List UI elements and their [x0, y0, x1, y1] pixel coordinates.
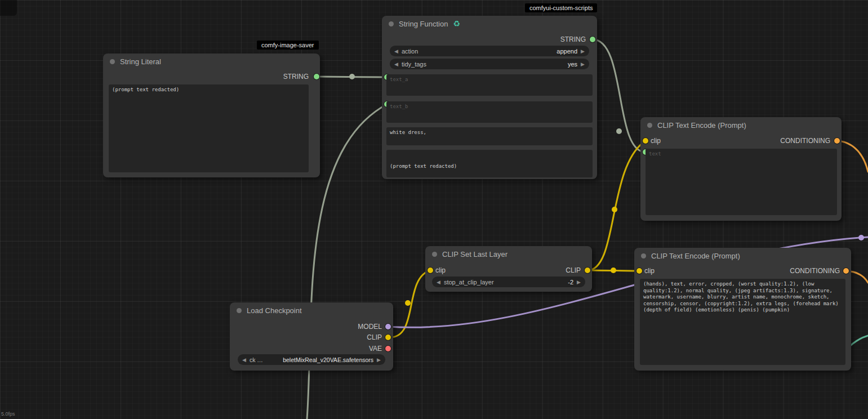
input-socket-clip[interactable] [643, 138, 648, 144]
placeholder-text: text_a [390, 77, 408, 82]
left-arrow-icon[interactable]: ◀ [394, 48, 398, 54]
widget-label: action [402, 48, 418, 55]
widget-value: -2 [568, 279, 573, 286]
node-title: CLIP Text Encode (Prompt) [651, 252, 740, 260]
widget-label: stop_at_clip_layer [444, 279, 494, 286]
output-label-string: STRING [560, 35, 586, 43]
output-socket-conditioning[interactable] [834, 138, 840, 144]
placeholder-text: text_b [390, 104, 408, 109]
link-midpoint-dot [616, 128, 622, 134]
text-b-widget[interactable]: text_b [386, 101, 593, 123]
node-string-literal[interactable]: String Literal STRING (prompt text redac… [103, 54, 320, 177]
output-label-vae: VAE [369, 345, 382, 353]
output-socket-clip[interactable] [585, 268, 590, 273]
node-title: CLIP Text Encode (Prompt) [657, 121, 746, 130]
collapse-icon[interactable] [389, 21, 394, 26]
collapse-icon[interactable] [647, 123, 652, 128]
node-title: String Literal [120, 57, 161, 66]
output-label-string: STRING [283, 73, 309, 81]
widget-value: yes [568, 61, 577, 68]
widget-ckpt-name[interactable]: ◀ ck … beletMixReal_v20VAE.safetensors ▶ [238, 354, 385, 365]
node-header[interactable]: String Function ♻ [382, 16, 597, 32]
text-a-widget[interactable]: text_a [386, 74, 593, 96]
output-socket-string[interactable] [590, 37, 595, 42]
output-label-model: MODEL [358, 323, 382, 331]
input-label-clip: clip [435, 266, 446, 274]
collapse-icon[interactable] [237, 308, 242, 313]
node-clip-text-encode-bottom[interactable]: CLIP Text Encode (Prompt) clip CONDITION… [634, 248, 851, 371]
right-arrow-icon[interactable]: ▶ [377, 357, 381, 363]
widget-value: append [557, 48, 577, 55]
input-socket-clip[interactable] [428, 268, 433, 273]
node-string-function[interactable]: String Function ♻ STRING ◀ action append… [382, 16, 597, 179]
output-label-clip: CLIP [566, 266, 581, 274]
corner-shade [0, 0, 17, 16]
link-midpoint-dot [405, 300, 411, 306]
collapse-icon[interactable] [641, 253, 646, 258]
node-load-checkpoint[interactable]: Load Checkpoint MODEL CLIP VAE ◀ ck … be… [230, 302, 393, 371]
node-badge-comfyui-custom-scripts: comfyui-custom-scripts [525, 3, 597, 12]
node-header[interactable]: CLIP Set Last Layer [425, 246, 592, 262]
left-arrow-icon[interactable]: ◀ [437, 279, 440, 285]
widget-label: tidy_tags [402, 61, 426, 68]
node-header[interactable]: Load Checkpoint [230, 302, 393, 318]
output-label-clip: CLIP [367, 333, 382, 341]
output-socket-vae[interactable] [385, 346, 391, 351]
string-literal-text-widget[interactable]: (prompt text redacted) [109, 84, 309, 172]
wire-conditioning-top-out [837, 141, 868, 172]
collapse-icon[interactable] [110, 59, 115, 64]
widget-tidy-tags[interactable]: ◀ tidy_tags yes ▶ [390, 59, 589, 69]
output-socket-conditioning[interactable] [843, 268, 849, 274]
output-label-conditioning: CONDITIONING [790, 267, 840, 275]
result-preview-widget[interactable]: (prompt text redacted) [386, 150, 593, 177]
widget-label: ck … [250, 356, 263, 363]
output-label-conditioning: CONDITIONING [780, 137, 830, 145]
node-badge-comfy-image-saver: comfy-image-saver [257, 41, 319, 50]
output-socket-clip[interactable] [385, 335, 391, 340]
text-c-widget[interactable]: white dress, [386, 127, 593, 145]
link-midpoint-dot [612, 207, 617, 212]
node-clip-set-last-layer[interactable]: CLIP Set Last Layer clip CLIP ◀ stop_at_… [425, 246, 592, 292]
link-midpoint-dot [349, 74, 355, 79]
link-midpoint-dot [611, 268, 616, 273]
recycle-icon: ♻ [453, 19, 460, 28]
right-arrow-icon[interactable]: ▶ [577, 279, 581, 285]
collapse-icon[interactable] [432, 252, 437, 257]
right-arrow-icon[interactable]: ▶ [581, 48, 585, 54]
node-graph-canvas[interactable]: comfy-image-saver comfyui-custom-scripts… [0, 0, 868, 419]
node-header[interactable]: String Literal [103, 54, 320, 69]
text-widget[interactable]: text [646, 149, 837, 215]
output-socket-string[interactable] [314, 74, 319, 79]
left-arrow-icon[interactable]: ◀ [242, 357, 246, 363]
node-header[interactable]: CLIP Text Encode (Prompt) [634, 248, 851, 264]
fps-counter: 5.0fps [1, 411, 15, 417]
left-arrow-icon[interactable]: ◀ [394, 61, 398, 67]
input-socket-clip[interactable] [636, 268, 642, 274]
wire-string-to-clip-text [593, 39, 646, 152]
node-title: String Function [399, 20, 448, 28]
node-title: Load Checkpoint [247, 306, 302, 315]
node-header[interactable]: CLIP Text Encode (Prompt) [640, 117, 842, 133]
input-label-clip: clip [644, 267, 655, 275]
link-midpoint-dot [858, 235, 864, 240]
placeholder-text: text [649, 151, 661, 157]
output-socket-model[interactable] [385, 324, 391, 329]
input-label-clip: clip [651, 137, 661, 145]
negative-prompt-widget[interactable]: (hands), text, error, cropped, (worst qu… [640, 279, 845, 365]
widget-value: beletMixReal_v20VAE.safetensors [283, 356, 373, 363]
node-clip-text-encode-top[interactable]: CLIP Text Encode (Prompt) clip CONDITION… [640, 117, 842, 221]
widget-action[interactable]: ◀ action append ▶ [390, 46, 589, 56]
widget-stop-at-clip-layer[interactable]: ◀ stop_at_clip_layer -2 ▶ [432, 277, 585, 287]
node-title: CLIP Set Last Layer [442, 250, 508, 258]
right-arrow-icon[interactable]: ▶ [581, 61, 585, 67]
